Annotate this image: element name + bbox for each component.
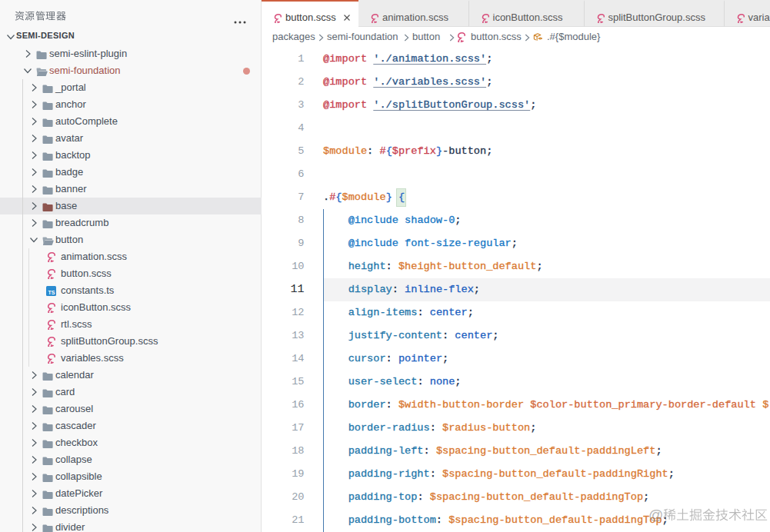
svg-text:TS: TS (48, 290, 55, 295)
